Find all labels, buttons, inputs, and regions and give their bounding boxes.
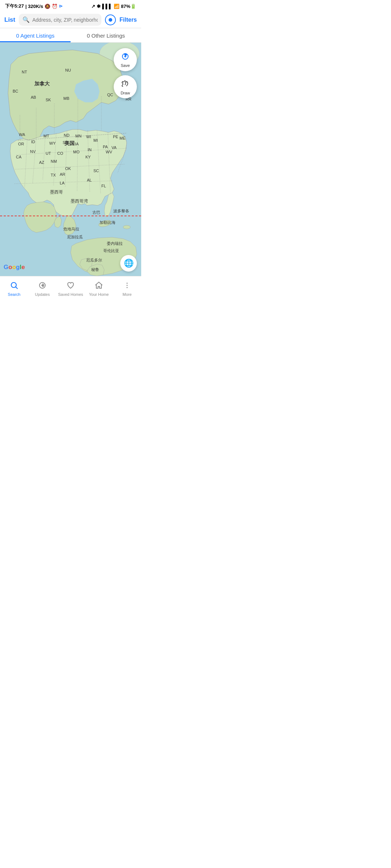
svg-point-3	[123, 225, 130, 229]
draw-icon	[120, 79, 130, 90]
svg-point-29	[42, 284, 43, 286]
search-box: 🔍	[19, 14, 101, 26]
save-heart-icon	[121, 52, 130, 63]
filters-button[interactable]: Filters	[119, 17, 137, 23]
nav-updates[interactable]: Updates	[28, 278, 56, 299]
navigation-icon: ↗	[91, 4, 95, 9]
alarm-icon: ⏰	[52, 4, 58, 9]
status-bar: 下午5:27 | 320K/s 🔕 ⏰ ⊳ ↗ ✱ ▌▌▌ 📶 87%🔋	[0, 0, 141, 12]
mute-icon: 🔕	[45, 4, 50, 9]
bottom-nav: Search Updates Saved Homes Your Hom	[0, 276, 141, 306]
save-button[interactable]: Save	[114, 48, 137, 71]
wifi-icon: 📶	[114, 4, 119, 9]
tab-other-listings[interactable]: 0 Other Listings	[71, 28, 141, 42]
search-nav-icon	[10, 281, 18, 291]
nav-home-label: Your Home	[89, 292, 109, 297]
draw-button[interactable]: Draw	[114, 75, 137, 98]
equator-line	[0, 216, 141, 216]
draw-label: Draw	[121, 91, 130, 95]
globe-button[interactable]: 🌐	[120, 255, 137, 272]
home-nav-icon	[94, 281, 103, 291]
heart-nav-icon	[66, 281, 75, 291]
list-button[interactable]: List	[4, 16, 15, 24]
speed: | 320K/s	[25, 4, 43, 9]
nav-more-label: More	[122, 292, 131, 297]
search-input[interactable]	[32, 17, 98, 23]
svg-line-27	[16, 287, 18, 289]
top-bar: List 🔍 Filters	[0, 12, 141, 28]
svg-point-30	[127, 282, 128, 284]
time: 下午5:27	[5, 3, 24, 9]
svg-point-25	[126, 81, 127, 82]
google-logo: Google	[4, 264, 25, 271]
location-icon: ⊳	[59, 4, 63, 9]
nav-saved-label: Saved Homes	[58, 292, 83, 297]
location-button[interactable]	[105, 14, 116, 25]
tabs-bar: 0 Agent Listings 0 Other Listings	[0, 28, 141, 43]
status-left: 下午5:27 | 320K/s 🔕 ⏰ ⊳	[5, 3, 63, 9]
search-icon: 🔍	[22, 16, 30, 23]
signal-icon: ▌▌▌	[102, 4, 112, 9]
nav-search-label: Search	[8, 292, 21, 297]
svg-point-24	[124, 80, 126, 82]
location-dot	[109, 18, 112, 22]
nav-your-home[interactable]: Your Home	[85, 278, 113, 299]
nav-updates-label: Updates	[35, 292, 50, 297]
more-nav-icon	[123, 281, 131, 291]
battery: 87%🔋	[121, 4, 136, 9]
nav-search[interactable]: Search	[0, 278, 28, 299]
bluetooth-icon: ✱	[97, 4, 101, 9]
nav-more[interactable]: More	[113, 278, 141, 299]
map-container[interactable]: 加拿大 美国 墨西哥 墨西哥湾 古巴 波多黎各 加勒比海 危地马拉 尼加拉瓜 委…	[0, 43, 141, 276]
svg-point-32	[127, 287, 128, 288]
svg-point-23	[122, 81, 124, 82]
status-right: ↗ ✱ ▌▌▌ 📶 87%🔋	[91, 4, 136, 9]
save-label: Save	[121, 63, 130, 68]
svg-point-31	[127, 285, 128, 286]
globe-icon: 🌐	[124, 259, 134, 268]
tab-agent-listings[interactable]: 0 Agent Listings	[0, 28, 71, 42]
updates-nav-icon	[38, 281, 47, 291]
nav-saved-homes[interactable]: Saved Homes	[56, 278, 85, 299]
